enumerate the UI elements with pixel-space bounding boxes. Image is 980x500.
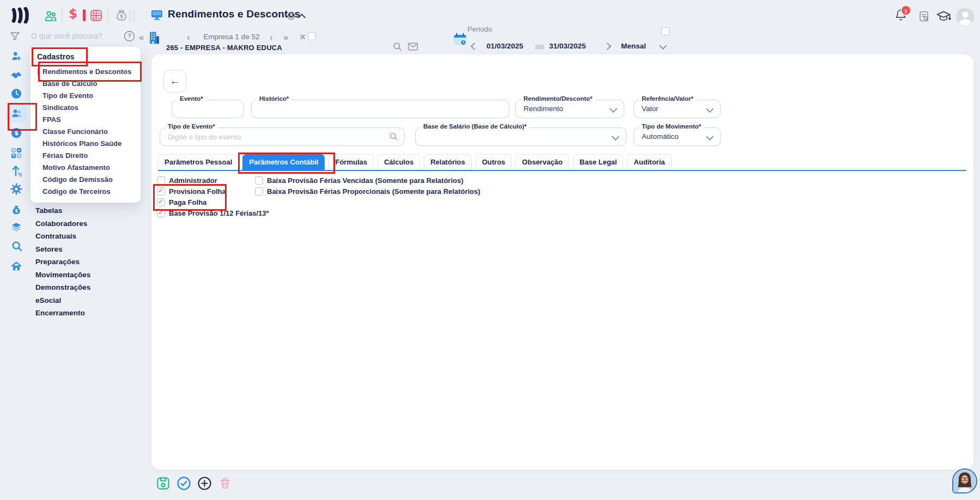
submenu-item[interactable]: Tipo de Evento (31, 89, 141, 101)
checkbox[interactable] (255, 187, 263, 196)
base-salario-select[interactable]: Base de Salário (Base de Cálculo)* (415, 127, 626, 146)
period-start-date[interactable]: 01/03/2025 (486, 42, 524, 50)
record-checkbox[interactable] (308, 32, 316, 40)
gear-icon[interactable] (10, 183, 22, 197)
tipo-movimento-select[interactable]: Tipo de Movimento* Automático (634, 127, 721, 146)
tab[interactable]: Parâmetros Contábil (242, 154, 325, 170)
previous-record-icon[interactable]: ‹ (187, 33, 190, 42)
evento-input[interactable] (172, 100, 244, 118)
checkbox[interactable] (255, 176, 263, 185)
home-icon[interactable] (10, 260, 22, 275)
period-mode-select[interactable]: Mensal (621, 42, 646, 50)
sidebar-section[interactable]: Demonstrações (35, 283, 90, 292)
rendimento-desconto-select[interactable]: Rendimento/Desconto* Rendimento (515, 100, 624, 118)
app-logo-icon[interactable] (11, 7, 31, 26)
checkbox-row[interactable]: Paga Folha (157, 197, 269, 208)
submenu-item[interactable]: Sindicatos (31, 101, 141, 113)
submenu-item[interactable]: Históricos Plano Saúde (31, 137, 141, 149)
submenu-item[interactable]: Classe Funcionário (31, 125, 141, 137)
sidebar-section[interactable]: Colaboradores (35, 219, 90, 229)
period-next-icon[interactable] (604, 42, 611, 50)
submenu-item[interactable]: Férias Direito (31, 149, 141, 161)
submenu-item[interactable]: FPAS (31, 113, 141, 125)
hr-people-module-icon[interactable] (44, 9, 58, 25)
checkbox[interactable] (157, 198, 165, 206)
dollar-circle-icon[interactable]: $ (10, 127, 22, 141)
tab[interactable]: Observação (515, 154, 569, 170)
finance-dollar-module-icon[interactable]: $ (69, 7, 77, 21)
search-icon[interactable] (389, 132, 398, 143)
first-page-icon[interactable]: « (139, 33, 144, 42)
tab[interactable]: Cálculos (378, 154, 420, 170)
support-chat-avatar[interactable] (952, 468, 977, 493)
tab[interactable]: Relatórios (424, 154, 472, 170)
period-end-date[interactable]: 31/03/2025 (549, 42, 586, 50)
sidebar-sections: Tabelas Colaboradores Contratuais Setore… (35, 206, 90, 318)
company-search-icon[interactable] (392, 41, 403, 54)
tab[interactable]: Base Legal (573, 154, 624, 170)
checkbox-row[interactable]: Administrador (157, 175, 269, 186)
checkbox[interactable] (157, 209, 165, 217)
period-dropdown-chevron-icon[interactable] (659, 42, 667, 50)
checkbox-row[interactable]: Baixa Provisão Férias Vencidas (Somente … (255, 175, 480, 186)
sidebar-section[interactable]: Encerramento (35, 309, 90, 318)
period-checkbox[interactable] (661, 27, 669, 35)
checkbox-row[interactable]: Provisiona Folha (157, 186, 269, 197)
user-avatar[interactable] (955, 7, 975, 29)
graduation-cap-icon[interactable] (936, 10, 951, 25)
delete-button[interactable] (218, 477, 232, 492)
tab[interactable]: Parâmetros Pessoal (158, 154, 239, 170)
info-icon[interactable] (287, 12, 295, 22)
sidebar-section[interactable]: Tabelas (35, 206, 90, 216)
svg-text:%: % (18, 172, 22, 178)
handshake-icon[interactable] (10, 69, 23, 83)
submenu-item[interactable]: Código de Demissão (31, 173, 141, 185)
clock-icon[interactable] (10, 88, 22, 102)
submenu-item[interactable]: Base de Cálculo (31, 77, 141, 89)
people-icon[interactable] (10, 107, 23, 121)
period-previous-icon[interactable] (471, 42, 478, 50)
checkbox-row[interactable]: Base Provisão 1/12 Férias/13º (157, 208, 269, 218)
historico-input[interactable] (252, 100, 509, 118)
growth-arrow-icon[interactable]: % (11, 164, 22, 179)
confirm-button[interactable] (176, 476, 191, 493)
tab[interactable]: Auditoria (627, 154, 671, 170)
submenu-item[interactable]: Motivo Afastamento (31, 161, 141, 173)
back-button[interactable]: ← (163, 70, 186, 93)
close-icon[interactable]: × (300, 32, 306, 42)
global-search-input[interactable] (30, 31, 122, 41)
checkbox-row[interactable]: Baixa Provisão Férias Proporcionais (Som… (255, 186, 480, 197)
tab[interactable]: Fórmulas (328, 154, 374, 170)
checkbox[interactable] (157, 187, 165, 196)
user-settings-icon[interactable] (10, 50, 22, 64)
checkbox[interactable] (157, 176, 165, 185)
last-page-icon[interactable]: » (283, 33, 288, 42)
search-magnifier-icon[interactable] (11, 240, 23, 254)
next-record-icon[interactable]: › (270, 33, 273, 42)
money-bag-icon[interactable]: $ (10, 204, 22, 218)
filter-icon[interactable] (9, 31, 21, 44)
sidebar-section[interactable]: Preparações (35, 258, 90, 267)
submenu-item[interactable]: Código de Terceiros (31, 185, 141, 197)
tipo-evento-input[interactable] (160, 128, 404, 145)
math-operations-icon[interactable] (10, 147, 22, 161)
mail-icon[interactable] (407, 42, 418, 53)
document-search-icon[interactable] (918, 10, 930, 25)
add-button[interactable] (197, 476, 212, 493)
layers-icon[interactable] (10, 221, 22, 235)
sidebar-section-cadastros[interactable]: Cadastros (37, 52, 141, 61)
calculator-module-icon[interactable] (89, 9, 103, 25)
help-icon[interactable]: ? (124, 31, 135, 44)
sidebar-section[interactable]: Setores (35, 245, 90, 254)
sidebar-section[interactable]: Movimentações (35, 271, 90, 280)
checkbox-label: Baixa Provisão Férias Vencidas (Somente … (267, 176, 464, 185)
sidebar-section[interactable]: eSocial (35, 296, 90, 306)
calendar-icon (452, 32, 468, 50)
submenu-item[interactable]: Rendimentos e Descontos (31, 65, 141, 77)
save-button[interactable] (156, 476, 171, 493)
money-bag-module-icon[interactable]: $ (114, 8, 129, 25)
referencia-valor-select[interactable]: Referência/Valor* Valor (634, 100, 721, 118)
sidebar-section[interactable]: Contratuais (35, 232, 90, 241)
checkbox-label: Administrador (169, 176, 217, 185)
tab[interactable]: Outros (476, 154, 512, 170)
